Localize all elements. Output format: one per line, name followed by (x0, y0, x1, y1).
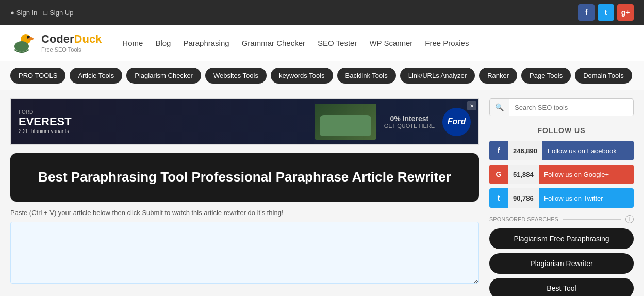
ad-close-btn[interactable]: ✕ (467, 101, 476, 110)
nav-item-wp[interactable]: WP Scanner (369, 39, 412, 47)
logo-tagline: Free SEO Tools (41, 46, 102, 53)
top-social-icons: f t g+ (578, 4, 634, 21)
svg-point-1 (14, 41, 29, 52)
logo-area: CoderDuck Free SEO Tools (10, 30, 102, 56)
facebook-icon: f (489, 141, 508, 160)
hero-box: Best Paraphrasing Tool Professional Para… (10, 153, 479, 202)
ad-interest: 0% Interest GET QUOTE HERE (384, 114, 435, 129)
info-icon[interactable]: i (625, 215, 634, 223)
toolsnav-pro[interactable]: PRO TOOLS (10, 68, 65, 84)
signup-link[interactable]: □ Sign Up (43, 9, 73, 17)
gplus-text: Follow us on Google+ (539, 165, 634, 184)
toolsnav-domain[interactable]: Domain Tools (575, 68, 632, 84)
ad-car-image (315, 104, 376, 140)
ad-ford-logo: Ford (442, 108, 471, 136)
ad-brand: FORD (19, 109, 307, 115)
search-box: 🔍 (489, 98, 634, 116)
ad-variant: 2.2L Titanium variants (19, 128, 307, 134)
top-bar: ● Sign In □ Sign Up f t g+ (0, 0, 644, 25)
nav-item-grammar[interactable]: Grammar Checker (242, 39, 305, 47)
instruction-text: Paste (Ctrl + V) your article below then… (10, 209, 479, 217)
ad-banner: FORD EVEREST 2.2L Titanium variants 0% I… (10, 98, 479, 145)
ad-inner: FORD EVEREST 2.2L Titanium variants 0% I… (11, 99, 478, 144)
signin-icon: ● (10, 9, 14, 17)
gplus-count: 51,884 (508, 165, 539, 184)
ad-car-shape (320, 115, 371, 136)
sponsored-buttons: Plagiarism Free ParaphrasingPlagiarism R… (489, 228, 634, 296)
facebook-follow-btn[interactable]: f 246,890 Follow us on Facebook (489, 141, 634, 160)
follow-title: FOLLOW US (489, 126, 634, 135)
nav-item-blog[interactable]: Blog (155, 39, 171, 47)
signup-icon: □ (43, 9, 47, 17)
toolsnav-article[interactable]: Article Tools (70, 68, 122, 84)
sponsored-btn1[interactable]: Plagiarism Free Paraphrasing (489, 228, 634, 249)
sponsored-btn3[interactable]: Best Tool (489, 278, 634, 296)
twitter-icon: t (489, 188, 508, 208)
article-textarea[interactable] (10, 222, 479, 284)
logo-text: CoderDuck Free SEO Tools (41, 32, 102, 53)
gplus-icon: G (489, 165, 508, 184)
nav-item-seo[interactable]: SEO Tester (318, 39, 357, 47)
ad-text: FORD EVEREST 2.2L Titanium variants (19, 109, 307, 134)
search-submit-btn[interactable]: 🔍 (490, 99, 509, 116)
toolsnav-keywords[interactable]: keywords Tools (271, 68, 333, 84)
nav-item-home[interactable]: Home (122, 39, 143, 47)
logo-coder: Coder (41, 32, 74, 45)
tools-nav: PRO TOOLSArticle ToolsPlagiarism Checker… (0, 61, 644, 90)
gplus-follow-btn[interactable]: G 51,884 Follow us on Google+ (489, 165, 634, 184)
facebook-text: Follow us on Facebook (542, 141, 634, 160)
sidebar: 🔍 FOLLOW US f 246,890 Follow us on Faceb… (489, 98, 634, 296)
twitter-text: Follow us on Twitter (539, 188, 634, 208)
toolsnav-backlink[interactable]: Backlink Tools (337, 68, 396, 84)
twitter-count: 90,786 (508, 188, 539, 208)
content-left: FORD EVEREST 2.2L Titanium variants 0% I… (10, 98, 479, 296)
ad-model: EVEREST (19, 115, 307, 128)
nav-item-proxies[interactable]: Free Proxies (425, 39, 469, 47)
facebook-count: 246,890 (508, 141, 542, 160)
header: CoderDuck Free SEO Tools HomeBlogParaphr… (0, 25, 644, 61)
sponsored-label: SPONSORED SEARCHES (489, 216, 558, 222)
sponsored-btn2[interactable]: Plagiarism Rewriter (489, 253, 634, 274)
toolsnav-websites[interactable]: Websites Tools (205, 68, 267, 84)
signin-link[interactable]: ● Sign In (10, 9, 37, 17)
top-facebook-btn[interactable]: f (578, 4, 595, 21)
twitter-follow-btn[interactable]: t 90,786 Follow us on Twitter (489, 188, 634, 208)
toolsnav-plagiarism[interactable]: Plagiarism Checker (126, 68, 201, 84)
sponsored-divider (563, 219, 621, 220)
toolsnav-ranker[interactable]: Ranker (479, 68, 517, 84)
svg-point-3 (28, 37, 34, 40)
sponsored-row: SPONSORED SEARCHES i (489, 215, 634, 223)
main-nav: HomeBlogParaphrasingGrammar CheckerSEO T… (122, 39, 469, 47)
search-input[interactable] (509, 100, 633, 116)
top-twitter-btn[interactable]: t (598, 4, 614, 21)
logo-duck-icon (10, 30, 36, 56)
logo-duck-text: Duck (74, 32, 102, 45)
hero-title: Best Paraphrasing Tool Professional Para… (21, 169, 469, 186)
toolsnav-page[interactable]: Page Tools (521, 68, 571, 84)
nav-item-paraphrasing[interactable]: Paraphrasing (183, 39, 229, 47)
main-content: FORD EVEREST 2.2L Titanium variants 0% I… (0, 90, 644, 296)
toolsnav-linkurls[interactable]: Link/URLs Analyzer (400, 68, 475, 84)
top-gplus-btn[interactable]: g+ (617, 4, 634, 21)
top-bar-links: ● Sign In □ Sign Up (10, 9, 73, 17)
